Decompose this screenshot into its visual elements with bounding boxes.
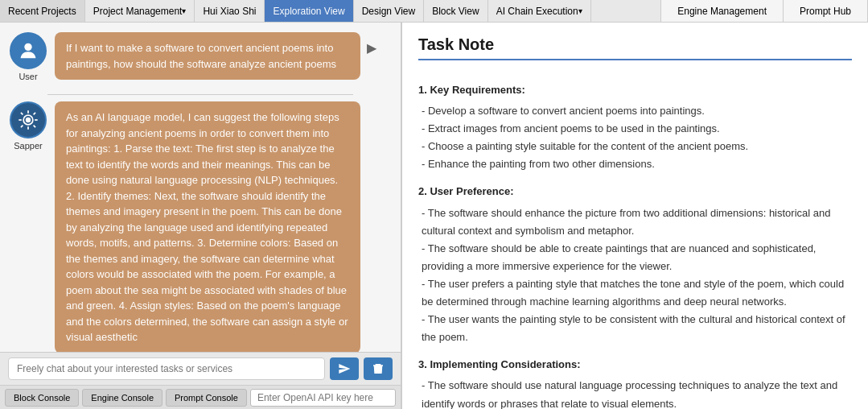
section-item-1-0: - The software should enhance the pictur… xyxy=(418,204,852,240)
tab-hui-xiao-shi[interactable]: Hui Xiao Shi xyxy=(195,0,265,22)
chat-input-area xyxy=(0,352,401,385)
sapper-avatar-container: Sapper xyxy=(10,101,47,151)
svg-line-10 xyxy=(21,126,23,127)
tab-block-console[interactable]: Block Console xyxy=(5,389,79,407)
task-note-title: Task Note xyxy=(418,35,852,60)
chat-area[interactable]: User If I want to make a software to con… xyxy=(0,23,401,352)
trash-icon xyxy=(372,362,385,375)
user-label: User xyxy=(19,72,37,81)
sapper-avatar xyxy=(10,101,47,138)
section-heading-1: 2. User Preference: xyxy=(418,183,852,200)
section-item-0-2: - Choose a painting style suitable for t… xyxy=(418,138,852,155)
top-nav: Recent Projects Project Management Hui X… xyxy=(0,0,868,23)
section-heading-2: 3. Implementing Considerations: xyxy=(418,356,852,374)
right-panel[interactable]: Task Note 1. Key Requirements:- Develop … xyxy=(402,23,868,409)
svg-point-2 xyxy=(27,118,31,122)
tab-block-view[interactable]: Block View xyxy=(424,0,487,22)
tab-recent-projects[interactable]: Recent Projects xyxy=(0,0,85,22)
svg-line-9 xyxy=(34,113,35,114)
sapper-icon xyxy=(17,109,39,131)
svg-line-8 xyxy=(34,126,35,127)
user-avatar xyxy=(10,32,47,69)
chat-text-input[interactable] xyxy=(8,357,325,380)
tab-engine-console[interactable]: Engine Console xyxy=(82,389,162,407)
delete-button[interactable] xyxy=(364,357,393,380)
send-icon xyxy=(338,362,351,375)
task-note-content: 1. Key Requirements:- Develop a software… xyxy=(418,72,852,409)
send-button[interactable] xyxy=(330,357,359,380)
sapper-bubble: As an AI language model, I can suggest t… xyxy=(55,101,360,352)
bottom-bar: Block Console Engine Console Prompt Cons… xyxy=(0,385,401,409)
section-item-0-0: - Develop a software to convert ancient … xyxy=(418,102,852,120)
tab-ai-chain-execution[interactable]: AI Chain Execution xyxy=(488,0,591,22)
chat-divider xyxy=(47,94,352,95)
user-icon xyxy=(17,39,39,62)
svg-line-7 xyxy=(21,113,23,114)
section-item-1-2: - The user prefers a painting style that… xyxy=(418,275,852,311)
tab-project-management[interactable]: Project Management xyxy=(85,0,195,22)
section-item-0-3: - Enhance the painting from two other di… xyxy=(418,155,852,173)
left-panel: User If I want to make a software to con… xyxy=(0,23,402,409)
user-bubble-wrapper: If I want to make a software to convert … xyxy=(55,32,380,80)
tab-prompt-console[interactable]: Prompt Console xyxy=(166,389,247,407)
section-item-2-0: - The software should use natural langua… xyxy=(418,377,852,409)
nav-right: Engine Management Prompt Hub xyxy=(660,0,868,22)
svg-point-0 xyxy=(24,43,31,51)
user-bubble: If I want to make a software to convert … xyxy=(55,32,360,80)
tab-exploration-view[interactable]: Exploration View xyxy=(265,0,353,22)
tab-prompt-hub[interactable]: Prompt Hub xyxy=(784,0,868,22)
scroll-right-icon: ▶ xyxy=(364,40,380,56)
section-item-1-3: - The user wants the painting style to b… xyxy=(418,311,852,346)
user-avatar-container: User xyxy=(10,32,47,81)
section-heading-0: 1. Key Requirements: xyxy=(418,81,852,99)
api-key-input[interactable] xyxy=(250,389,396,407)
tab-engine-management[interactable]: Engine Management xyxy=(661,0,784,22)
main-content: User If I want to make a software to con… xyxy=(0,23,868,409)
sapper-label: Sapper xyxy=(14,141,42,151)
user-message-row: User If I want to make a software to con… xyxy=(10,32,391,81)
section-item-1-1: - The software should be able to create … xyxy=(418,240,852,275)
section-item-0-1: - Extract images from ancient poems to b… xyxy=(418,120,852,138)
sapper-message-row: Sapper As an AI language model, I can su… xyxy=(10,101,391,352)
tab-design-view[interactable]: Design View xyxy=(354,0,424,22)
